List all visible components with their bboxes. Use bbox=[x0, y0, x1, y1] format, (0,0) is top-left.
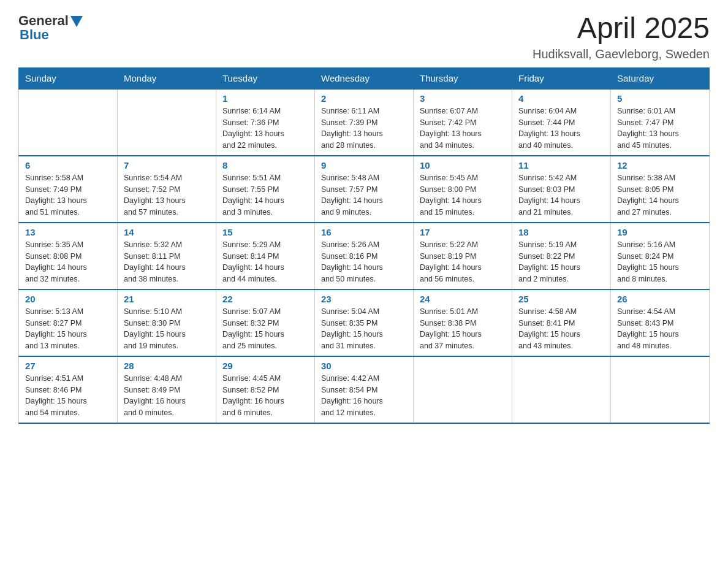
calendar-header-sunday: Sunday bbox=[19, 67, 118, 89]
calendar-cell: 2Sunrise: 6:11 AM Sunset: 7:39 PM Daylig… bbox=[315, 89, 414, 156]
day-number: 10 bbox=[420, 160, 506, 170]
day-number: 18 bbox=[518, 227, 604, 237]
calendar-cell: 5Sunrise: 6:01 AM Sunset: 7:47 PM Daylig… bbox=[611, 89, 710, 156]
calendar-cell: 10Sunrise: 5:45 AM Sunset: 8:00 PM Dayli… bbox=[414, 156, 512, 223]
day-number: 3 bbox=[420, 93, 506, 104]
day-number: 24 bbox=[420, 294, 506, 304]
calendar-cell: 15Sunrise: 5:29 AM Sunset: 8:14 PM Dayli… bbox=[216, 223, 315, 289]
day-number: 28 bbox=[124, 361, 210, 371]
calendar-cell: 30Sunrise: 4:42 AM Sunset: 8:54 PM Dayli… bbox=[315, 356, 414, 423]
calendar-header-monday: Monday bbox=[118, 67, 216, 89]
day-info: Sunrise: 5:26 AM Sunset: 8:16 PM Dayligh… bbox=[321, 239, 407, 285]
day-info: Sunrise: 5:45 AM Sunset: 8:00 PM Dayligh… bbox=[420, 172, 506, 218]
day-number: 1 bbox=[222, 93, 308, 104]
day-info: Sunrise: 5:04 AM Sunset: 8:35 PM Dayligh… bbox=[321, 306, 407, 352]
day-info: Sunrise: 5:51 AM Sunset: 7:55 PM Dayligh… bbox=[222, 172, 308, 218]
day-number: 2 bbox=[321, 93, 407, 104]
day-number: 20 bbox=[25, 294, 111, 304]
calendar-cell: 26Sunrise: 4:54 AM Sunset: 8:43 PM Dayli… bbox=[611, 289, 710, 356]
calendar-cell: 12Sunrise: 5:38 AM Sunset: 8:05 PM Dayli… bbox=[611, 156, 710, 223]
calendar-week-row: 6Sunrise: 5:58 AM Sunset: 7:49 PM Daylig… bbox=[19, 156, 710, 223]
calendar-cell: 27Sunrise: 4:51 AM Sunset: 8:46 PM Dayli… bbox=[19, 356, 118, 423]
day-number: 4 bbox=[518, 93, 604, 104]
calendar-week-row: 27Sunrise: 4:51 AM Sunset: 8:46 PM Dayli… bbox=[19, 356, 710, 423]
day-number: 5 bbox=[617, 93, 703, 104]
day-info: Sunrise: 6:07 AM Sunset: 7:42 PM Dayligh… bbox=[420, 105, 506, 151]
day-info: Sunrise: 4:58 AM Sunset: 8:41 PM Dayligh… bbox=[518, 306, 604, 352]
page-header: General Blue April 2025 Hudiksvall, Gaev… bbox=[18, 12, 710, 61]
day-number: 19 bbox=[617, 227, 703, 237]
calendar-week-row: 20Sunrise: 5:13 AM Sunset: 8:27 PM Dayli… bbox=[19, 289, 710, 356]
calendar-header-friday: Friday bbox=[512, 67, 611, 89]
calendar-header-row: SundayMondayTuesdayWednesdayThursdayFrid… bbox=[19, 67, 710, 89]
calendar-cell: 18Sunrise: 5:19 AM Sunset: 8:22 PM Dayli… bbox=[512, 223, 611, 289]
calendar-cell: 8Sunrise: 5:51 AM Sunset: 7:55 PM Daylig… bbox=[216, 156, 315, 223]
title-section: April 2025 Hudiksvall, Gaevleborg, Swede… bbox=[533, 12, 710, 61]
calendar-cell: 3Sunrise: 6:07 AM Sunset: 7:42 PM Daylig… bbox=[414, 89, 512, 156]
day-info: Sunrise: 5:07 AM Sunset: 8:32 PM Dayligh… bbox=[222, 306, 308, 352]
logo-blue: Blue bbox=[18, 27, 49, 43]
day-number: 6 bbox=[25, 160, 111, 170]
day-info: Sunrise: 5:42 AM Sunset: 8:03 PM Dayligh… bbox=[518, 172, 604, 218]
day-number: 22 bbox=[222, 294, 308, 304]
calendar-cell: 17Sunrise: 5:22 AM Sunset: 8:19 PM Dayli… bbox=[414, 223, 512, 289]
day-info: Sunrise: 5:22 AM Sunset: 8:19 PM Dayligh… bbox=[420, 239, 506, 285]
day-info: Sunrise: 5:10 AM Sunset: 8:30 PM Dayligh… bbox=[124, 306, 210, 352]
day-number: 29 bbox=[222, 361, 308, 371]
day-info: Sunrise: 4:45 AM Sunset: 8:52 PM Dayligh… bbox=[222, 373, 308, 419]
day-info: Sunrise: 5:19 AM Sunset: 8:22 PM Dayligh… bbox=[518, 239, 604, 285]
calendar-cell bbox=[512, 356, 611, 423]
day-number: 14 bbox=[124, 227, 210, 237]
calendar-cell: 14Sunrise: 5:32 AM Sunset: 8:11 PM Dayli… bbox=[118, 223, 216, 289]
day-info: Sunrise: 6:01 AM Sunset: 7:47 PM Dayligh… bbox=[617, 105, 703, 151]
day-info: Sunrise: 4:42 AM Sunset: 8:54 PM Dayligh… bbox=[321, 373, 407, 419]
day-info: Sunrise: 6:14 AM Sunset: 7:36 PM Dayligh… bbox=[222, 105, 308, 151]
calendar-cell: 19Sunrise: 5:16 AM Sunset: 8:24 PM Dayli… bbox=[611, 223, 710, 289]
day-number: 30 bbox=[321, 361, 407, 371]
calendar-cell bbox=[118, 89, 216, 156]
day-number: 17 bbox=[420, 227, 506, 237]
day-number: 13 bbox=[25, 227, 111, 237]
calendar-week-row: 13Sunrise: 5:35 AM Sunset: 8:08 PM Dayli… bbox=[19, 223, 710, 289]
day-number: 21 bbox=[124, 294, 210, 304]
calendar-cell: 20Sunrise: 5:13 AM Sunset: 8:27 PM Dayli… bbox=[19, 289, 118, 356]
day-number: 27 bbox=[25, 361, 111, 371]
day-info: Sunrise: 5:35 AM Sunset: 8:08 PM Dayligh… bbox=[25, 239, 111, 285]
day-info: Sunrise: 5:13 AM Sunset: 8:27 PM Dayligh… bbox=[25, 306, 111, 352]
day-info: Sunrise: 5:38 AM Sunset: 8:05 PM Dayligh… bbox=[617, 172, 703, 218]
calendar-cell: 23Sunrise: 5:04 AM Sunset: 8:35 PM Dayli… bbox=[315, 289, 414, 356]
day-number: 9 bbox=[321, 160, 407, 170]
day-number: 7 bbox=[124, 160, 210, 170]
logo: General Blue bbox=[18, 12, 83, 43]
day-number: 12 bbox=[617, 160, 703, 170]
day-number: 26 bbox=[617, 294, 703, 304]
day-info: Sunrise: 5:54 AM Sunset: 7:52 PM Dayligh… bbox=[124, 172, 210, 218]
day-info: Sunrise: 5:16 AM Sunset: 8:24 PM Dayligh… bbox=[617, 239, 703, 285]
day-info: Sunrise: 4:48 AM Sunset: 8:49 PM Dayligh… bbox=[124, 373, 210, 419]
calendar-cell: 24Sunrise: 5:01 AM Sunset: 8:38 PM Dayli… bbox=[414, 289, 512, 356]
calendar-cell: 25Sunrise: 4:58 AM Sunset: 8:41 PM Dayli… bbox=[512, 289, 611, 356]
calendar-cell: 28Sunrise: 4:48 AM Sunset: 8:49 PM Dayli… bbox=[118, 356, 216, 423]
day-info: Sunrise: 5:32 AM Sunset: 8:11 PM Dayligh… bbox=[124, 239, 210, 285]
calendar-header-saturday: Saturday bbox=[611, 67, 710, 89]
calendar-header-thursday: Thursday bbox=[414, 67, 512, 89]
day-info: Sunrise: 5:58 AM Sunset: 7:49 PM Dayligh… bbox=[25, 172, 111, 218]
day-number: 8 bbox=[222, 160, 308, 170]
calendar-cell bbox=[414, 356, 512, 423]
calendar-cell: 6Sunrise: 5:58 AM Sunset: 7:49 PM Daylig… bbox=[19, 156, 118, 223]
calendar-cell: 11Sunrise: 5:42 AM Sunset: 8:03 PM Dayli… bbox=[512, 156, 611, 223]
day-number: 15 bbox=[222, 227, 308, 237]
calendar-cell: 16Sunrise: 5:26 AM Sunset: 8:16 PM Dayli… bbox=[315, 223, 414, 289]
day-info: Sunrise: 6:11 AM Sunset: 7:39 PM Dayligh… bbox=[321, 105, 407, 151]
day-info: Sunrise: 5:01 AM Sunset: 8:38 PM Dayligh… bbox=[420, 306, 506, 352]
calendar-cell: 21Sunrise: 5:10 AM Sunset: 8:30 PM Dayli… bbox=[118, 289, 216, 356]
calendar-cell: 9Sunrise: 5:48 AM Sunset: 7:57 PM Daylig… bbox=[315, 156, 414, 223]
calendar-header-wednesday: Wednesday bbox=[315, 67, 414, 89]
calendar-cell: 7Sunrise: 5:54 AM Sunset: 7:52 PM Daylig… bbox=[118, 156, 216, 223]
svg-marker-0 bbox=[70, 16, 83, 27]
calendar-cell: 22Sunrise: 5:07 AM Sunset: 8:32 PM Dayli… bbox=[216, 289, 315, 356]
calendar-cell: 4Sunrise: 6:04 AM Sunset: 7:44 PM Daylig… bbox=[512, 89, 611, 156]
page-title: April 2025 bbox=[533, 12, 710, 45]
calendar-cell: 29Sunrise: 4:45 AM Sunset: 8:52 PM Dayli… bbox=[216, 356, 315, 423]
day-info: Sunrise: 5:48 AM Sunset: 7:57 PM Dayligh… bbox=[321, 172, 407, 218]
